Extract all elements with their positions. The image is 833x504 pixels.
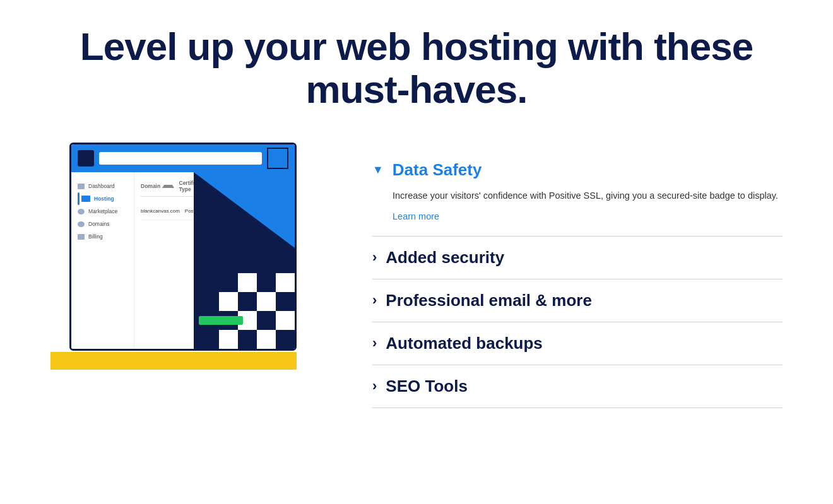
billing-icon [78, 234, 85, 240]
checker-cell [219, 273, 238, 292]
chevron-added-security: › [372, 249, 377, 266]
accordion-body-data-safety: Increase your visitors' confidence with … [372, 180, 783, 224]
browser-body: Dashboard Hosting Marketplace [71, 172, 295, 349]
sidebar-item-hosting[interactable]: Hosting [78, 192, 127, 205]
checker-cell [219, 330, 238, 349]
sidebar-item-billing: Billing [78, 230, 127, 243]
checker-cell [257, 330, 276, 349]
sidebar-item-dashboard: Dashboard [78, 180, 127, 192]
accordion-item-data-safety: ▼ Data Safety Increase your visitors' co… [372, 149, 783, 236]
browser-mockup: Dashboard Hosting Marketplace [69, 143, 297, 351]
accordion-title-added-security: Added security [386, 248, 504, 267]
sidebar-panel: Dashboard Hosting Marketplace [71, 172, 134, 349]
browser-topbar [71, 144, 295, 172]
sidebar-label-domains: Domains [88, 221, 110, 227]
green-bar [199, 316, 243, 325]
accordion-item-added-security: › Added security [372, 237, 783, 279]
checker-cell [238, 330, 257, 349]
chevron-professional-email: › [372, 292, 377, 308]
col-domain: Domain [141, 180, 174, 192]
browser-action-square [267, 148, 288, 169]
checker-cell [276, 311, 295, 330]
illustration-container: Dashboard Hosting Marketplace [50, 143, 297, 370]
sidebar-label-dashboard: Dashboard [88, 183, 115, 189]
sidebar-item-marketplace: Marketplace [78, 205, 127, 218]
checker-cell [257, 292, 276, 311]
accordion-header-automated-backups[interactable]: › Automated backups [372, 334, 783, 353]
accordion-title-professional-email: Professional email & more [386, 291, 592, 310]
checker-cell [276, 292, 295, 311]
checker-cell [276, 330, 295, 349]
accordion-item-professional-email: › Professional email & more [372, 279, 783, 322]
checker-cell [238, 292, 257, 311]
marketplace-icon [78, 209, 85, 214]
hosting-icon [81, 196, 90, 202]
illustration-area: Dashboard Hosting Marketplace [50, 143, 322, 370]
accordion-header-seo-tools[interactable]: › SEO Tools [372, 377, 783, 396]
accordion-area: ▼ Data Safety Increase your visitors' co… [372, 143, 783, 407]
domains-icon [78, 221, 85, 227]
active-bar [78, 192, 80, 205]
sidebar-label-hosting: Hosting [94, 196, 114, 202]
accordion-item-automated-backups: › Automated backups [372, 322, 783, 365]
accordion-title-seo-tools: SEO Tools [386, 377, 468, 396]
checker-cell [276, 273, 295, 292]
checkerboard [219, 273, 295, 349]
checker-cell [257, 311, 276, 330]
blue-triangle [194, 172, 295, 248]
page-wrapper: Level up your web hosting with these mus… [0, 0, 833, 504]
ssl-table-area: Domain Certificate Type Status Expiratio… [134, 172, 295, 349]
browser-nav-square [78, 150, 94, 167]
browser-address-bar [99, 152, 262, 165]
yellow-strip [50, 352, 297, 370]
checker-cell [219, 292, 238, 311]
checker-cell [238, 273, 257, 292]
chevron-automated-backups: › [372, 335, 377, 351]
chevron-seo-tools: › [372, 378, 377, 394]
sidebar-item-domains: Domains [78, 218, 127, 230]
geo-art [194, 172, 295, 349]
learn-more-link[interactable]: Learn more [393, 211, 439, 221]
content-row: Dashboard Hosting Marketplace [50, 143, 783, 407]
accordion-header-professional-email[interactable]: › Professional email & more [372, 291, 783, 310]
accordion-title-data-safety: Data Safety [393, 160, 482, 180]
sidebar-label-marketplace: Marketplace [88, 208, 117, 214]
cell-domain: blankcanvas.com [141, 208, 180, 214]
accordion-header-data-safety[interactable]: ▼ Data Safety [372, 160, 783, 180]
page-title: Level up your web hosting with these mus… [50, 25, 783, 111]
checker-cell [257, 273, 276, 292]
chevron-data-safety: ▼ [372, 163, 384, 177]
sort-icon [162, 185, 174, 188]
data-safety-description: Increase your visitors' confidence with … [393, 189, 783, 202]
dashboard-icon [78, 184, 85, 189]
accordion-item-seo-tools: › SEO Tools [372, 365, 783, 408]
accordion-title-automated-backups: Automated backups [386, 334, 543, 353]
sidebar-label-billing: Billing [88, 233, 103, 240]
accordion-header-added-security[interactable]: › Added security [372, 248, 783, 267]
